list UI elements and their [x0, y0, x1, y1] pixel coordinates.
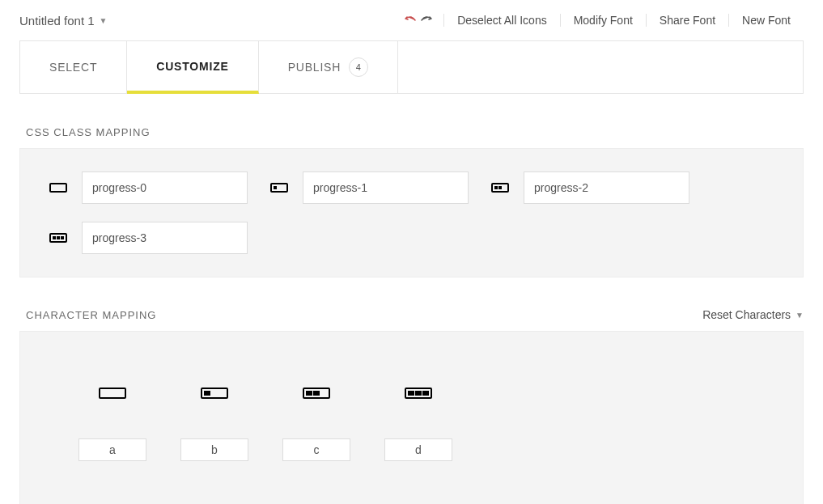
- char-map-item: [180, 374, 248, 461]
- svg-rect-4: [494, 186, 498, 189]
- modify-font-link[interactable]: Modify Font: [560, 14, 646, 27]
- undo-icon[interactable]: [405, 13, 418, 28]
- css-mapping-panel: [19, 148, 804, 277]
- deselect-all-link[interactable]: Deselect All Icons: [443, 14, 560, 27]
- svg-rect-10: [100, 388, 125, 398]
- progress-1-icon: [270, 183, 288, 193]
- css-map-item: [491, 172, 689, 204]
- css-section-title: CSS CLASS MAPPING: [26, 126, 804, 138]
- redo-icon[interactable]: [421, 13, 434, 28]
- char-map-item: [78, 374, 146, 461]
- caret-down-icon: ▼: [795, 311, 804, 320]
- char-section-title: CHARACTER MAPPING: [26, 309, 156, 321]
- svg-rect-2: [274, 186, 277, 189]
- svg-rect-17: [408, 391, 414, 396]
- svg-rect-8: [57, 236, 60, 239]
- tab-customize[interactable]: CUSTOMIZE: [127, 41, 258, 94]
- tab-customize-label: CUSTOMIZE: [156, 60, 228, 73]
- tab-select[interactable]: SELECT: [20, 41, 127, 93]
- share-font-link[interactable]: Share Font: [646, 14, 728, 27]
- font-title-dropdown[interactable]: Untitled font 1 ▼: [19, 14, 107, 28]
- svg-rect-15: [313, 391, 320, 396]
- new-font-link[interactable]: New Font: [728, 14, 804, 27]
- char-input[interactable]: [384, 438, 452, 461]
- css-class-input[interactable]: [82, 172, 248, 204]
- css-class-input[interactable]: [524, 172, 689, 204]
- char-map-item: [282, 374, 350, 461]
- progress-1-icon: [201, 374, 228, 413]
- css-map-item: [49, 222, 248, 254]
- progress-3-icon: [49, 233, 67, 243]
- char-input[interactable]: [282, 438, 350, 461]
- svg-rect-5: [498, 186, 502, 189]
- css-class-input[interactable]: [303, 172, 469, 204]
- css-map-item: [270, 172, 469, 204]
- progress-0-icon: [99, 374, 126, 413]
- reset-characters-dropdown[interactable]: Reset Characters ▼: [702, 308, 804, 321]
- svg-rect-9: [61, 236, 64, 239]
- char-mapping-panel: [19, 331, 804, 504]
- svg-rect-18: [415, 391, 422, 396]
- tab-publish[interactable]: PUBLISH 4: [259, 41, 399, 93]
- progress-0-icon: [49, 183, 67, 193]
- char-map-item: [384, 374, 452, 461]
- char-input[interactable]: [180, 438, 248, 461]
- publish-count-badge: 4: [349, 57, 368, 77]
- caret-down-icon: ▼: [100, 16, 108, 25]
- tab-publish-label: PUBLISH: [288, 61, 342, 74]
- char-input[interactable]: [78, 438, 146, 461]
- svg-rect-19: [422, 391, 429, 396]
- svg-rect-14: [306, 391, 312, 396]
- progress-3-icon: [405, 374, 432, 413]
- progress-2-icon: [303, 374, 330, 413]
- svg-rect-7: [53, 236, 56, 239]
- undo-redo-group: [395, 13, 443, 28]
- css-map-item: [49, 172, 248, 204]
- topbar-actions: Deselect All Icons Modify Font Share Fon…: [395, 13, 804, 28]
- font-title-label: Untitled font 1: [19, 14, 95, 28]
- tabs-container: SELECT CUSTOMIZE PUBLISH 4: [19, 40, 804, 94]
- top-bar: Untitled font 1 ▼ Deselect All Icons Mod…: [19, 10, 804, 40]
- tab-select-label: SELECT: [49, 61, 97, 74]
- css-class-input[interactable]: [82, 222, 248, 254]
- svg-rect-12: [204, 391, 210, 396]
- progress-2-icon: [491, 183, 509, 193]
- char-section-header: CHARACTER MAPPING Reset Characters ▼: [19, 308, 804, 321]
- svg-rect-0: [50, 184, 66, 192]
- reset-characters-label: Reset Characters: [702, 308, 791, 321]
